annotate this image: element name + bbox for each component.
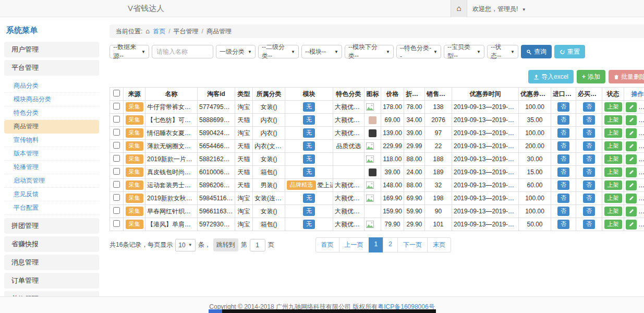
must-buy-toggle[interactable]: 否 xyxy=(583,154,595,163)
must-buy-toggle[interactable]: 否 xyxy=(583,220,595,228)
delete-button[interactable] xyxy=(638,180,644,190)
status-toggle[interactable]: 上架 xyxy=(604,207,622,215)
must-buy-toggle[interactable]: 否 xyxy=(583,207,595,215)
home-shortcut-button[interactable]: ⌂ xyxy=(451,0,467,17)
sidebar-item-特色分类[interactable]: 特色分类 xyxy=(4,106,99,120)
module-badge[interactable]: 无 xyxy=(303,220,315,228)
row-checkbox[interactable] xyxy=(113,129,120,136)
delete-button[interactable] xyxy=(638,102,644,112)
delete-button[interactable] xyxy=(638,194,644,203)
edit-button[interactable] xyxy=(626,141,637,151)
source-badge[interactable]: 采集 xyxy=(126,167,143,176)
module-badge[interactable]: 无 xyxy=(303,194,315,202)
source-badge[interactable]: 采集 xyxy=(126,220,143,228)
import-opt-toggle[interactable]: 否 xyxy=(557,220,569,228)
must-buy-toggle[interactable]: 否 xyxy=(583,167,595,176)
filter-select-数据来源[interactable]: --数据来源--▼ xyxy=(110,45,149,58)
must-buy-toggle[interactable]: 否 xyxy=(583,128,595,137)
sidebar-item-轮播管理[interactable]: 轮播管理 xyxy=(4,161,99,174)
import-opt-toggle[interactable]: 否 xyxy=(557,115,569,124)
source-badge[interactable]: 采集 xyxy=(126,154,143,163)
status-toggle[interactable]: 上架 xyxy=(604,115,622,124)
pager-button-首页[interactable]: 首页 xyxy=(315,237,339,252)
source-badge[interactable]: 采集 xyxy=(126,102,143,111)
module-badge[interactable]: 无 xyxy=(303,207,315,215)
module-badge[interactable]: 无 xyxy=(303,141,315,150)
status-toggle[interactable]: 上架 xyxy=(604,194,622,202)
source-badge[interactable]: 采集 xyxy=(126,180,143,189)
filter-select-二级分类[interactable]: --二级分类--▼ xyxy=(258,45,299,58)
sidebar-group-订单管理[interactable]: 订单管理 xyxy=(4,273,99,288)
reset-button[interactable]: 重置 xyxy=(554,45,585,58)
filter-select-一级分类[interactable]: 一级分类▼ xyxy=(216,45,256,58)
delete-button[interactable] xyxy=(638,115,644,125)
filter-select-模块下分类[interactable]: --模块下分类--▼ xyxy=(345,45,394,58)
status-toggle[interactable]: 上架 xyxy=(604,141,622,150)
filter-select-特色分类[interactable]: --特色分类--▼ xyxy=(396,45,441,58)
sidebar-item-启动页管理[interactable]: 启动页管理 xyxy=(4,174,99,188)
import-opt-toggle[interactable]: 否 xyxy=(557,102,569,111)
delete-button[interactable] xyxy=(638,141,644,151)
import-opt-toggle[interactable]: 否 xyxy=(557,207,569,215)
module-badge[interactable]: 无 xyxy=(303,167,315,176)
per-page-select[interactable]: 10 ▼ xyxy=(175,239,195,251)
sidebar-group-拼团管理[interactable]: 拼团管理 xyxy=(4,218,99,234)
pager-button-下一页[interactable]: 下一页 xyxy=(397,237,428,252)
must-buy-toggle[interactable]: 否 xyxy=(583,180,595,189)
edit-button[interactable] xyxy=(626,207,637,216)
edit-button[interactable] xyxy=(626,180,637,190)
source-badge[interactable]: 采集 xyxy=(126,141,143,150)
select-all-checkbox[interactable] xyxy=(113,90,120,97)
breadcrumb-item-首页[interactable]: 首页 xyxy=(153,25,165,38)
sidebar-item-版本管理[interactable]: 版本管理 xyxy=(4,147,99,161)
pager-button-末页[interactable]: 末页 xyxy=(427,237,451,252)
must-buy-toggle[interactable]: 否 xyxy=(583,141,595,150)
status-toggle[interactable]: 上架 xyxy=(604,128,622,137)
jump-button[interactable]: 跳转到 xyxy=(213,238,238,251)
status-toggle[interactable]: 上架 xyxy=(604,180,622,189)
edit-button[interactable] xyxy=(626,194,637,203)
row-checkbox[interactable] xyxy=(113,103,120,110)
edit-button[interactable] xyxy=(626,167,637,177)
status-toggle[interactable]: 上架 xyxy=(604,167,622,176)
row-checkbox[interactable] xyxy=(113,142,120,149)
module-badge[interactable]: 无 xyxy=(303,154,315,163)
sidebar-item-意见反馈[interactable]: 意见反馈 xyxy=(4,188,99,201)
delete-button[interactable] xyxy=(638,167,644,177)
import-opt-toggle[interactable]: 否 xyxy=(557,180,569,189)
module-badge[interactable]: 无 xyxy=(303,102,315,111)
edit-button[interactable] xyxy=(626,115,637,125)
row-checkbox[interactable] xyxy=(113,155,120,162)
add-button[interactable]: + 添加 xyxy=(577,70,605,83)
sidebar-item-模块商品分类[interactable]: 模块商品分类 xyxy=(4,93,99,106)
filter-select-模块[interactable]: --模块--▼ xyxy=(301,45,342,58)
sidebar-group-省赚快报[interactable]: 省赚快报 xyxy=(4,236,99,252)
import-opt-toggle[interactable]: 否 xyxy=(557,167,569,176)
import-opt-toggle[interactable]: 否 xyxy=(557,194,569,202)
delete-button[interactable] xyxy=(638,128,644,138)
module-badge[interactable]: 无 xyxy=(303,128,315,137)
source-badge[interactable]: 采集 xyxy=(126,207,143,215)
edit-button[interactable] xyxy=(626,128,637,138)
row-checkbox[interactable] xyxy=(113,168,120,175)
row-checkbox[interactable] xyxy=(113,220,120,227)
sidebar-group-平台管理[interactable]: 平台管理 xyxy=(4,60,99,76)
source-badge[interactable]: 采集 xyxy=(126,194,143,202)
module-badge[interactable]: 无 xyxy=(303,115,315,124)
sidebar-item-商品分类[interactable]: 商品分类 xyxy=(4,79,99,93)
edit-button[interactable] xyxy=(626,154,637,164)
source-badge[interactable]: 采集 xyxy=(126,115,143,124)
sidebar-group-兑换管理[interactable]: 兑换管理 xyxy=(4,291,99,296)
edit-button[interactable] xyxy=(626,102,637,112)
filter-select-宝贝类型[interactable]: --宝贝类型--▼ xyxy=(444,45,484,58)
pager-button-2[interactable]: 2 xyxy=(383,237,398,252)
row-checkbox[interactable] xyxy=(113,116,120,123)
must-buy-toggle[interactable]: 否 xyxy=(583,194,595,202)
sidebar-item-平台配置[interactable]: 平台配置 xyxy=(4,201,99,215)
name-search-input[interactable] xyxy=(152,45,213,58)
import-excel-button[interactable]: 导入excel xyxy=(528,70,574,83)
source-badge[interactable]: 采集 xyxy=(126,128,143,137)
sidebar-group-消息管理[interactable]: 消息管理 xyxy=(4,255,99,270)
page-number-input[interactable] xyxy=(250,239,265,251)
search-button[interactable]: 查询 xyxy=(521,45,552,58)
